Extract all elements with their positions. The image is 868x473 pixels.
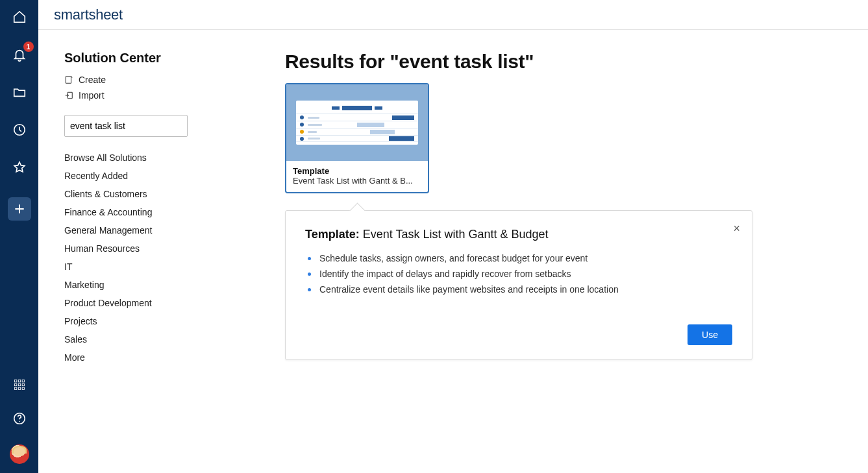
detail-type-label: Template: [305, 228, 360, 241]
svg-rect-3 [22, 380, 24, 382]
sidebar-actions: Create Import [64, 75, 285, 101]
browse-icon[interactable] [12, 84, 27, 100]
content: Solution Center Create Import Browse All… [38, 30, 868, 473]
category-item[interactable]: General Management [64, 225, 285, 236]
logo: smartsheet [54, 6, 123, 23]
apps-icon[interactable] [12, 377, 27, 393]
svg-rect-4 [14, 383, 16, 385]
rail-bottom-group [10, 377, 29, 464]
category-item[interactable]: Browse All Solutions [64, 152, 285, 163]
svg-rect-8 [18, 387, 20, 389]
detail-bullet-list: Schedule tasks, assign owners, and forec… [305, 250, 732, 297]
category-item[interactable]: More [64, 352, 285, 363]
main-area: smartsheet Solution Center Create Import [38, 0, 868, 473]
search-input[interactable] [70, 121, 184, 131]
category-item[interactable]: Projects [64, 316, 285, 326]
sidebar-action-import[interactable]: Import [64, 90, 285, 101]
recents-icon[interactable] [12, 122, 27, 138]
sidebar-action-label: Import [79, 90, 105, 101]
results-panel: Results for "event task list" Template E… [285, 51, 868, 473]
svg-rect-12 [66, 77, 71, 84]
left-rail: 1 [0, 0, 38, 473]
favorites-icon[interactable] [12, 160, 27, 175]
svg-point-11 [19, 421, 19, 422]
detail-bullet: Centralize event details like payment we… [308, 282, 732, 297]
import-icon [64, 91, 73, 100]
category-item[interactable]: Human Resources [64, 243, 285, 254]
detail-bullet: Schedule tasks, assign owners, and forec… [308, 250, 732, 266]
notifications-icon[interactable]: 1 [12, 47, 27, 62]
rail-top-group: 1 [8, 9, 31, 221]
svg-rect-2 [18, 380, 20, 382]
svg-rect-9 [22, 387, 24, 389]
detail-bullet: Identify the impact of delays and rapidl… [308, 266, 732, 282]
template-card-title: Event Task List with Gantt & B... [293, 176, 421, 186]
template-type-label: Template [293, 166, 421, 176]
sheet-icon [64, 75, 73, 84]
svg-rect-6 [22, 383, 24, 385]
svg-rect-7 [14, 387, 16, 389]
svg-rect-5 [18, 383, 20, 385]
avatar[interactable] [10, 444, 29, 464]
template-detail-panel: × Template: Event Task List with Gantt &… [285, 210, 752, 360]
gantt-preview-icon [296, 101, 418, 145]
detail-title: Event Task List with Gantt & Budget [363, 228, 549, 241]
detail-actions: Use [305, 324, 732, 345]
category-item[interactable]: Clients & Customers [64, 189, 285, 199]
close-icon[interactable]: × [733, 223, 740, 234]
category-item[interactable]: Finance & Accounting [64, 207, 285, 217]
results-heading: Results for "event task list" [285, 51, 842, 73]
category-item[interactable]: Sales [64, 334, 285, 345]
topbar: smartsheet [38, 0, 868, 30]
category-item[interactable]: Recently Added [64, 171, 285, 181]
sidebar-action-create[interactable]: Create [64, 75, 285, 85]
notification-badge: 1 [23, 42, 34, 52]
sidebar-action-label: Create [79, 75, 106, 85]
create-button[interactable] [8, 197, 31, 221]
template-thumbnail [286, 84, 428, 161]
template-card-body: Template Event Task List with Gantt & B.… [286, 161, 428, 192]
category-item[interactable]: IT [64, 261, 285, 272]
category-item[interactable]: Product Development [64, 298, 285, 308]
home-icon[interactable] [12, 9, 27, 25]
use-button[interactable]: Use [688, 324, 732, 345]
category-list: Browse All Solutions Recently Added Clie… [64, 152, 285, 363]
solution-sidebar: Solution Center Create Import Browse All… [64, 51, 285, 473]
help-icon[interactable] [12, 411, 27, 426]
sidebar-title: Solution Center [64, 51, 285, 66]
category-item[interactable]: Marketing [64, 280, 285, 290]
svg-rect-1 [14, 380, 16, 382]
detail-heading: Template: Event Task List with Gantt & B… [305, 228, 732, 241]
search-box [64, 115, 188, 137]
template-card[interactable]: Template Event Task List with Gantt & B.… [285, 83, 429, 193]
